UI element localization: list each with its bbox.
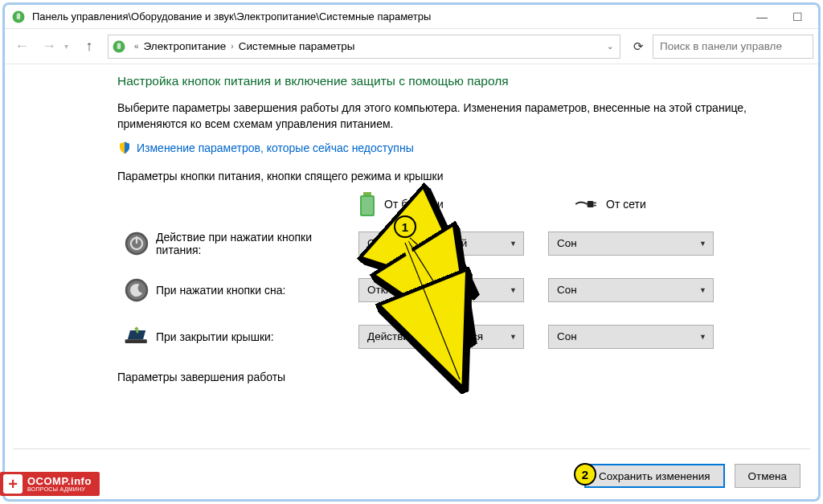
- svg-rect-8: [594, 202, 596, 203]
- sleep-battery-combo[interactable]: Отключить дисплей▼: [358, 278, 524, 302]
- row-lid-close: При закрытии крышки: Действие не требует…: [117, 324, 789, 350]
- save-button[interactable]: Сохранить изменения: [584, 464, 725, 488]
- power-ac-combo[interactable]: Сон▼: [548, 232, 714, 256]
- minimize-button[interactable]: —: [744, 6, 780, 28]
- breadcrumb-item-1[interactable]: Системные параметры: [239, 40, 355, 52]
- titlebar: Панель управления\Оборудование и звук\Эл…: [5, 5, 818, 29]
- watermark-logo: + OCOMP.info ВОПРОСЫ АДМИНУ: [0, 472, 100, 496]
- annotation-badge-2: 2: [574, 463, 596, 486]
- svg-rect-6: [362, 197, 373, 215]
- row-lid-label: При закрытии крышки:: [156, 330, 358, 343]
- power-options-icon: [112, 39, 126, 54]
- address-dropdown-icon[interactable]: ⌄: [607, 42, 613, 51]
- shield-icon: [117, 141, 132, 155]
- uac-change-link[interactable]: Изменение параметров, которые сейчас нед…: [137, 141, 414, 154]
- lid-battery-combo[interactable]: Действие не требуется▼: [358, 325, 524, 349]
- settings-grid: От батареи От сети Действие при нажатии …: [117, 192, 789, 350]
- power-battery-combo[interactable]: Отключить дисплей▼: [358, 232, 524, 256]
- refresh-button[interactable]: ⟳: [627, 35, 649, 58]
- chevron-down-icon: ▼: [510, 240, 517, 248]
- section-buttons-header: Параметры кнопки питания, кнопки спящего…: [117, 170, 789, 182]
- forward-button[interactable]: →: [37, 35, 61, 59]
- svg-rect-9: [594, 204, 596, 206]
- chevron-down-icon: ▼: [510, 333, 517, 341]
- watermark-sub: ВОПРОСЫ АДМИНУ: [27, 486, 92, 492]
- history-dropdown[interactable]: ▾: [64, 42, 74, 51]
- breadcrumb-left-chevron: «: [134, 42, 139, 51]
- chevron-down-icon: ▼: [699, 286, 706, 294]
- chevron-down-icon: ▼: [699, 240, 706, 248]
- columns-header: От батареи От сети: [117, 192, 789, 216]
- row-sleep-button: При нажатии кнопки сна: Отключить диспле…: [117, 277, 789, 303]
- page-description: Выберите параметры завершения работы для…: [117, 100, 789, 133]
- plug-icon: [574, 198, 598, 211]
- power-button-icon: [124, 231, 149, 256]
- lid-ac-combo[interactable]: Сон▼: [548, 325, 714, 349]
- laptop-lid-icon: [124, 324, 149, 350]
- separator: [13, 449, 810, 449]
- col-battery-header: От батареи: [358, 192, 574, 216]
- col-ac-label: От сети: [606, 198, 646, 211]
- sleep-button-icon: [124, 277, 149, 303]
- plus-icon: +: [3, 474, 23, 494]
- svg-rect-3: [117, 43, 121, 49]
- page-heading: Настройка кнопок питания и включение защ…: [117, 74, 789, 88]
- uac-link-row: Изменение параметров, которые сейчас нед…: [117, 141, 789, 155]
- maximize-button[interactable]: ☐: [780, 6, 815, 28]
- chevron-down-icon: ▼: [699, 333, 706, 341]
- svg-rect-16: [125, 339, 147, 343]
- chevron-down-icon: ▼: [510, 286, 517, 294]
- up-button[interactable]: ↑: [77, 35, 101, 59]
- breadcrumb-separator: ›: [231, 42, 233, 51]
- sleep-ac-combo[interactable]: Сон▼: [548, 278, 714, 302]
- row-power-button: Действие при нажатии кнопки питания: Отк…: [117, 231, 789, 256]
- action-bar: Сохранить изменения Отмена: [584, 464, 800, 488]
- window-container: Панель управления\Оборудование и звук\Эл…: [2, 2, 821, 502]
- row-sleep-label: При нажатии кнопки сна:: [156, 284, 358, 297]
- window-title: Панель управления\Оборудование и звук\Эл…: [32, 10, 744, 23]
- col-ac-header: От сети: [574, 198, 789, 211]
- search-input[interactable]: [660, 40, 806, 52]
- col-battery-label: От батареи: [384, 198, 444, 211]
- nav-bar: ← → ▾ ↑ « Электропитание › Системные пар…: [5, 29, 818, 64]
- svg-rect-7: [588, 201, 594, 207]
- back-button[interactable]: ←: [10, 35, 34, 59]
- svg-rect-1: [17, 13, 21, 19]
- power-options-icon: [11, 10, 26, 24]
- watermark-main: OCOMP.info: [27, 476, 92, 486]
- row-power-label: Действие при нажатии кнопки питания:: [156, 231, 358, 256]
- section-shutdown-header: Параметры завершения работы: [117, 371, 789, 383]
- breadcrumb-item-0[interactable]: Электропитание: [144, 40, 227, 52]
- cancel-button[interactable]: Отмена: [735, 464, 800, 488]
- annotation-badge-1: 1: [394, 215, 416, 238]
- svg-rect-4: [363, 192, 371, 195]
- battery-icon: [358, 192, 376, 216]
- search-box[interactable]: [653, 35, 813, 59]
- address-bar[interactable]: « Электропитание › Системные параметры ⌄: [108, 35, 620, 59]
